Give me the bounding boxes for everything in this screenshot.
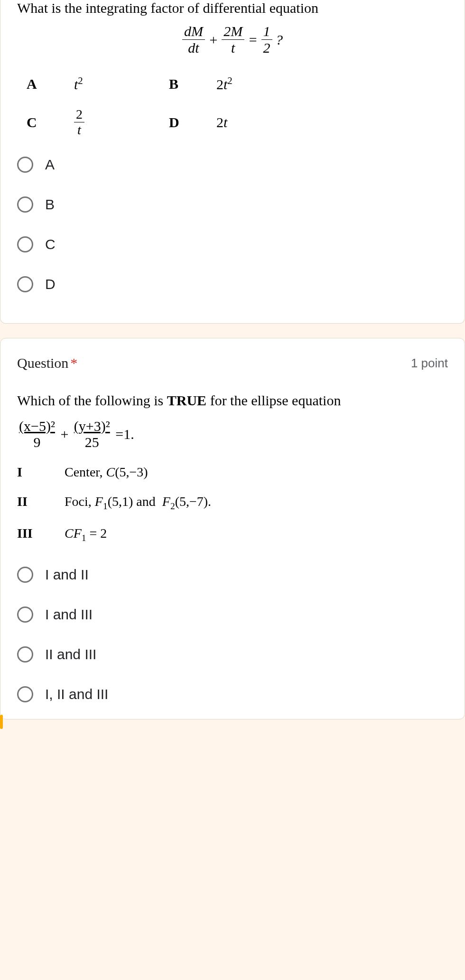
- progress-indicator: [0, 715, 3, 729]
- radio-label-q2-a: I and II: [45, 567, 89, 583]
- choice-a-value: t2: [74, 75, 169, 93]
- radio-circle-icon: [17, 236, 33, 252]
- choice-a-label: A: [27, 76, 74, 92]
- radio-circle-icon: [17, 607, 33, 623]
- question-2-title: Question: [17, 355, 68, 371]
- choice-d-value: 2t: [216, 114, 311, 131]
- statement-III: III CF1 = 2: [17, 526, 448, 543]
- statement-II: II Foci, F1(5,1) and F2(5,−7).: [17, 494, 448, 512]
- radio-circle-icon: [17, 646, 33, 663]
- radio-option-b[interactable]: B: [17, 196, 448, 213]
- radio-label-q2-b: I and III: [45, 607, 93, 623]
- radio-group-q1: A B C D: [17, 157, 448, 292]
- question-1-prompt: What is the integrating factor of differ…: [17, 0, 448, 16]
- radio-option-c[interactable]: C: [17, 236, 448, 252]
- choice-b-value: 2t2: [216, 75, 311, 93]
- radio-option-q2-b[interactable]: I and III: [17, 607, 448, 623]
- radio-circle-icon: [17, 157, 33, 173]
- statement-I-label: I: [17, 465, 65, 480]
- radio-label-q2-d: I, II and III: [45, 686, 108, 702]
- choice-c-label: C: [27, 114, 74, 131]
- points-label: 1 point: [411, 356, 448, 371]
- statement-II-text: Foci, F1(5,1) and F2(5,−7).: [65, 494, 448, 512]
- choice-d-label: D: [169, 114, 216, 131]
- radio-option-q2-d[interactable]: I, II and III: [17, 686, 448, 702]
- question-2-equation: (x−5)²9 + (y+3)²25 =1.: [17, 418, 448, 450]
- statement-III-label: III: [17, 526, 65, 543]
- statement-I-text: Center, C(5,−3): [65, 465, 448, 480]
- question-card-1: What is the integrating factor of differ…: [0, 0, 465, 324]
- radio-option-q2-a[interactable]: I and II: [17, 567, 448, 583]
- statement-I: I Center, C(5,−3): [17, 465, 448, 480]
- radio-label-q2-c: II and III: [45, 646, 96, 663]
- radio-option-q2-c[interactable]: II and III: [17, 646, 448, 663]
- statement-II-label: II: [17, 494, 65, 512]
- radio-circle-icon: [17, 567, 33, 583]
- question-1-equation: dMdt + 2Mt = 12 ?: [17, 23, 448, 56]
- radio-option-d[interactable]: D: [17, 276, 448, 292]
- radio-group-q2: I and II I and III II and III I, II and …: [17, 567, 448, 702]
- choice-b-label: B: [169, 76, 216, 92]
- statement-III-text: CF1 = 2: [65, 526, 448, 543]
- radio-label-c: C: [45, 236, 56, 252]
- question-2-prompt: Which of the following is TRUE for the e…: [17, 392, 448, 409]
- required-marker: *: [70, 355, 77, 371]
- answer-choices-table: A t2 B 2t2 C 2t D 2t: [27, 75, 448, 138]
- choice-c-value: 2t: [74, 107, 169, 138]
- radio-option-a[interactable]: A: [17, 157, 448, 173]
- radio-label-d: D: [45, 276, 56, 292]
- question-2-header: Question * 1 point: [17, 355, 448, 371]
- radio-circle-icon: [17, 686, 33, 702]
- question-card-2: Question * 1 point Which of the followin…: [0, 338, 465, 719]
- radio-circle-icon: [17, 276, 33, 292]
- radio-label-b: B: [45, 196, 55, 213]
- radio-circle-icon: [17, 196, 33, 213]
- radio-label-a: A: [45, 157, 55, 173]
